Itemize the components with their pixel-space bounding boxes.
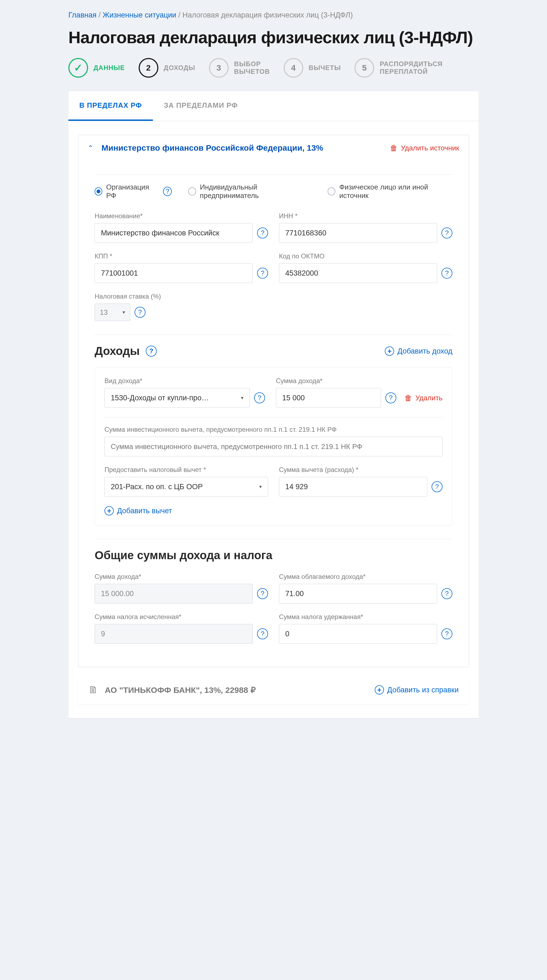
income-sum-input[interactable] [276,388,381,408]
help-icon[interactable]: ? [254,392,265,403]
total-income-input [95,584,253,603]
main-card: В ПРЕДЕЛАХ РФ ЗА ПРЕДЕЛАМИ РФ ⌃ Министер… [68,91,479,718]
help-icon[interactable]: ? [257,628,268,639]
tax-calc-label: Сумма налога исчисленная* [95,613,268,621]
oktmo-input[interactable] [279,263,437,283]
help-icon[interactable]: ? [163,187,172,196]
tax-held-label: Сумма налога удержанная* [279,613,452,621]
income-sum-label: Сумма дохода* [276,377,442,385]
oktmo-label: Код по ОКТМО [279,252,452,260]
kpp-input[interactable] [95,263,253,283]
add-deduction-button[interactable]: + Добавить вычет [105,506,442,515]
step-deduction-choice[interactable]: 3 ВЫБОР ВЫЧЕТОВ [209,58,270,78]
trash-icon: 🗑 [404,393,412,402]
step-incomes[interactable]: 2 ДОХОДЫ [139,58,195,78]
trash-icon: 🗑 [390,143,398,153]
help-icon[interactable]: ? [135,307,146,318]
collapsed-source-title: АО "ТИНЬКОФФ БАНК", 13%, 22988 ₽ [105,685,256,695]
deduction-sum-label: Сумма вычета (расхода) * [279,466,442,474]
radio-ip[interactable]: Индивидуальный предприниматель [188,183,311,200]
radio-icon [95,187,102,196]
inn-label: ИНН * [279,212,452,220]
help-icon[interactable]: ? [257,588,268,599]
help-icon[interactable]: ? [257,228,268,239]
collapsed-source-panel[interactable]: 🗎 АО "ТИНЬКОФФ БАНК", 13%, 22988 ₽ + Доб… [78,675,469,705]
help-icon[interactable]: ? [441,268,452,278]
tax-held-input[interactable] [279,624,437,644]
inv-deduction-label: Сумма инвестиционного вычета, предусмотр… [105,426,442,433]
income-type-select[interactable]: 1530-Доходы от купли-про… ▾ [105,388,250,408]
kpp-label: КПП * [95,252,268,260]
rate-select[interactable]: 13 ▾ [95,304,130,321]
plus-icon: + [105,506,114,515]
totals-heading: Общие суммы дохода и налога [95,549,452,562]
delete-income-button[interactable]: 🗑 Удалить [404,393,442,402]
taxable-income-input[interactable] [279,584,437,603]
source-type-radios: Организация РФ ? Индивидуальный предприн… [95,183,452,200]
total-income-label: Сумма дохода* [95,573,268,581]
radio-icon [188,187,196,196]
inn-input[interactable] [279,223,437,243]
caret-down-icon: ▾ [122,309,125,315]
breadcrumb: Главная / Жизненные ситуации / Налоговая… [68,11,479,19]
name-input[interactable] [95,223,253,243]
radio-icon [328,187,336,196]
page-title: Налоговая декларация физических лиц (3-Н… [68,28,479,47]
rate-label: Налоговая ставка (%) [95,293,161,300]
radio-fl[interactable]: Физическое лицо или иной источник [328,183,452,200]
add-from-reference-button[interactable]: + Добавить из справки [375,685,459,695]
tabs: В ПРЕДЕЛАХ РФ ЗА ПРЕДЕЛАМИ РФ [68,91,479,121]
taxable-income-label: Сумма облагаемого дохода* [279,573,452,581]
caret-down-icon: ▾ [241,395,243,401]
breadcrumb-current: Налоговая декларация физических лиц (3-Н… [183,11,353,19]
help-icon[interactable]: ? [432,481,442,492]
income-source-panel: ⌃ Министерство финансов Российской Федер… [78,135,469,667]
breadcrumb-home[interactable]: Главная [68,11,97,19]
tab-outside-rf[interactable]: ЗА ПРЕДЕЛАМИ РФ [153,91,249,121]
help-icon[interactable]: ? [146,345,157,356]
breadcrumb-situations[interactable]: Жизненные ситуации [103,11,176,19]
add-income-button[interactable]: + Добавить доход [385,347,452,356]
income-type-label: Вид дохода* [105,377,265,385]
help-icon[interactable]: ? [441,588,452,599]
plus-icon: + [385,347,394,356]
source-toggle[interactable]: ⌃ Министерство финансов Российской Федер… [88,143,323,153]
incomes-heading: Доходы ? [95,345,157,358]
deduction-type-select[interactable]: 201-Расх. по оп. с ЦБ ООР ▾ [105,477,268,496]
tax-calc-input [95,624,253,644]
help-icon[interactable]: ? [441,228,452,239]
tab-inside-rf[interactable]: В ПРЕДЕЛАХ РФ [68,91,153,121]
deduction-sum-input[interactable] [279,477,427,496]
radio-org[interactable]: Организация РФ ? [95,183,172,200]
caret-down-icon: ▾ [259,484,262,490]
inv-deduction-input[interactable] [105,437,442,457]
income-item: Вид дохода* 1530-Доходы от купли-про… ▾ … [95,367,452,525]
delete-source-button[interactable]: 🗑 Удалить источник [390,143,459,153]
help-icon[interactable]: ? [385,392,396,403]
plus-icon: + [375,685,384,695]
step-data[interactable]: ✓ ДАННЫЕ [68,58,125,78]
deduction-type-label: Предоставить налоговый вычет * [105,466,268,474]
step-deductions[interactable]: 4 ВЫЧЕТЫ [284,58,341,78]
check-icon: ✓ [74,62,83,74]
help-icon[interactable]: ? [257,268,268,278]
help-icon[interactable]: ? [441,628,452,639]
chevron-up-icon: ⌃ [88,144,93,152]
document-icon: 🗎 [88,684,98,695]
step-overpayment[interactable]: 5 РАСПОРЯДИТЬСЯ ПЕРЕПЛАТОЙ [355,58,442,78]
stepper: ✓ ДАННЫЕ 2 ДОХОДЫ 3 ВЫБОР ВЫЧЕТОВ 4 ВЫЧЕ… [68,58,479,78]
name-label: Наименование* [95,212,268,220]
